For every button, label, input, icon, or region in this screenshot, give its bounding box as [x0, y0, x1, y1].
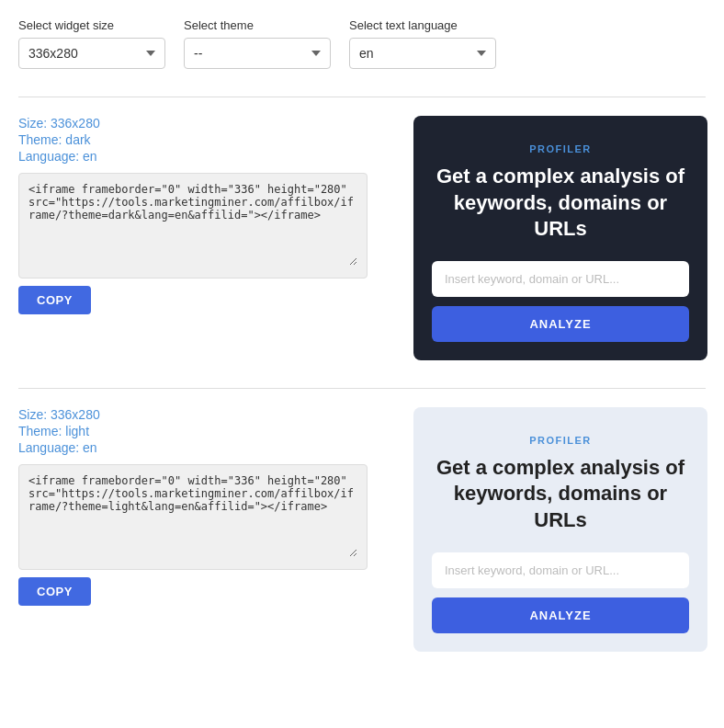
lang-select[interactable]: en cs sk de pl [349, 38, 496, 69]
theme-control-group: Select theme -- dark light [184, 18, 331, 69]
controls-row: Select widget size 336x280 400x300 600x4… [18, 18, 706, 69]
light-size-line: Size: 336x280 [18, 407, 386, 422]
light-lang-value: en [83, 440, 97, 455]
size-label: Select widget size [18, 18, 165, 32]
dark-widget-section: Size: 336x280 Theme: dark Language: en C… [18, 116, 706, 360]
light-theme-static: Theme: [18, 424, 65, 438]
light-code-area [18, 464, 368, 570]
light-widget-info: Size: 336x280 Theme: light Language: en … [18, 407, 386, 606]
dark-theme-value: dark [65, 132, 90, 147]
dark-analyze-button[interactable]: ANALYZE [432, 306, 689, 342]
dark-size-static: Size: [18, 116, 51, 131]
dark-widget-info: Size: 336x280 Theme: dark Language: en C… [18, 116, 386, 314]
dark-preview-box: PROFILER Get a complex analysis of keywo… [413, 116, 707, 360]
theme-select[interactable]: -- dark light [184, 38, 331, 69]
light-input-placeholder: Insert keyword, domain or URL... [445, 563, 676, 577]
divider-top [18, 97, 706, 97]
light-widget-preview: PROFILER Get a complex analysis of keywo… [413, 407, 707, 652]
dark-input-placeholder: Insert keyword, domain or URL... [445, 272, 676, 286]
light-analyze-button[interactable]: ANALYZE [432, 597, 689, 633]
theme-label: Select theme [184, 18, 331, 32]
dark-widget-preview: PROFILER Get a complex analysis of keywo… [413, 116, 707, 360]
size-select[interactable]: 336x280 400x300 600x400 [18, 38, 165, 69]
lang-control-group: Select text language en cs sk de pl [349, 18, 496, 69]
dark-lang-value: en [83, 149, 97, 164]
dark-code-area [18, 173, 368, 279]
dark-theme-line: Theme: dark [18, 132, 386, 147]
light-code-textarea[interactable] [28, 474, 357, 557]
dark-input-wrap: Insert keyword, domain or URL... [432, 261, 689, 297]
light-preview-box: PROFILER Get a complex analysis of keywo… [413, 407, 707, 652]
lang-label: Select text language [349, 18, 496, 32]
dark-code-textarea[interactable] [28, 183, 357, 266]
light-lang-static: Language: [18, 440, 83, 455]
light-lang-line: Language: en [18, 440, 386, 455]
light-preview-heading: Get a complex analysis of keywords, doma… [432, 455, 689, 534]
dark-profiler-label: PROFILER [432, 143, 689, 154]
light-theme-line: Theme: light [18, 424, 386, 438]
dark-size-line: Size: 336x280 [18, 116, 386, 131]
dark-lang-static: Language: [18, 149, 83, 164]
light-widget-section: Size: 336x280 Theme: light Language: en … [18, 407, 706, 652]
size-control-group: Select widget size 336x280 400x300 600x4… [18, 18, 165, 69]
dark-copy-button[interactable]: COPY [18, 286, 91, 314]
light-size-value: 336x280 [51, 407, 100, 422]
dark-size-value: 336x280 [51, 116, 100, 131]
divider-middle [18, 388, 706, 389]
light-copy-button[interactable]: COPY [18, 577, 91, 606]
dark-preview-heading: Get a complex analysis of keywords, doma… [432, 164, 689, 243]
light-profiler-label: PROFILER [432, 435, 689, 446]
light-size-static: Size: [18, 407, 51, 422]
light-theme-value: light [65, 424, 89, 438]
dark-theme-static: Theme: [18, 132, 65, 147]
light-input-wrap: Insert keyword, domain or URL... [432, 552, 689, 588]
dark-lang-line: Language: en [18, 149, 386, 164]
